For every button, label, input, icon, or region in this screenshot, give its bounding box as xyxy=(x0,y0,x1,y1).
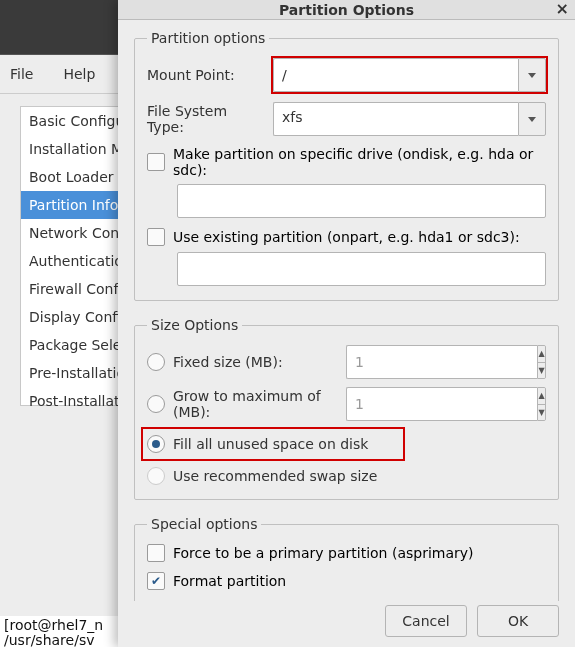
mount-point-dropdown-button[interactable] xyxy=(518,58,546,92)
fs-type-combo[interactable]: xfs xyxy=(273,102,546,136)
mount-point-input[interactable] xyxy=(273,58,518,92)
fixed-size-input[interactable] xyxy=(346,345,537,379)
chevron-down-icon xyxy=(528,73,536,78)
format-checkbox[interactable] xyxy=(147,572,165,590)
ondisk-label: Make partition on specific drive (ondisk… xyxy=(173,146,546,178)
swap-label: Use recommended swap size xyxy=(173,468,546,484)
onpart-checkbox[interactable] xyxy=(147,228,165,246)
onpart-label: Use existing partition (onpart, e.g. hda… xyxy=(173,229,520,245)
swap-radio[interactable] xyxy=(147,467,165,485)
spinner-up-icon[interactable]: ▲ xyxy=(538,388,545,405)
grow-spinner[interactable]: ▲▼ xyxy=(346,387,546,421)
grow-input[interactable] xyxy=(346,387,537,421)
ondisk-input[interactable] xyxy=(177,184,546,218)
chevron-down-icon xyxy=(528,117,536,122)
spinner-down-icon[interactable]: ▼ xyxy=(538,363,545,379)
partition-options-group: Partition options Mount Point: File Syst… xyxy=(134,30,559,301)
ondisk-checkbox[interactable] xyxy=(147,153,165,171)
fs-type-value: xfs xyxy=(273,102,518,136)
spinner-down-icon[interactable]: ▼ xyxy=(538,405,545,421)
fs-type-dropdown-button[interactable] xyxy=(518,102,546,136)
partition-options-legend: Partition options xyxy=(147,30,269,46)
spinner-up-icon[interactable]: ▲ xyxy=(538,346,545,363)
asprimary-label: Force to be a primary partition (asprima… xyxy=(173,545,474,561)
ok-button[interactable]: OK xyxy=(477,605,559,637)
partition-options-dialog: Partition Options × Partition options Mo… xyxy=(118,0,575,647)
special-options-group: Special options Force to be a primary pa… xyxy=(134,516,559,601)
fs-type-label: File System Type: xyxy=(147,103,265,135)
onpart-input[interactable] xyxy=(177,252,546,286)
asprimary-checkbox[interactable] xyxy=(147,544,165,562)
close-icon[interactable]: × xyxy=(556,0,569,18)
fill-label: Fill all unused space on disk xyxy=(173,436,399,452)
special-options-legend: Special options xyxy=(147,516,261,532)
size-options-group: Size Options Fixed size (MB): ▲▼ Grow to… xyxy=(134,317,559,500)
fixed-size-label: Fixed size (MB): xyxy=(173,354,338,370)
mount-point-combo[interactable] xyxy=(273,58,546,92)
fixed-size-spinner[interactable]: ▲▼ xyxy=(346,345,546,379)
menu-help[interactable]: Help xyxy=(57,62,101,86)
format-label: Format partition xyxy=(173,573,286,589)
size-options-legend: Size Options xyxy=(147,317,242,333)
fixed-size-radio[interactable] xyxy=(147,353,165,371)
grow-label: Grow to maximum of (MB): xyxy=(173,388,338,420)
fill-radio[interactable] xyxy=(147,435,165,453)
grow-radio[interactable] xyxy=(147,395,165,413)
cancel-button[interactable]: Cancel xyxy=(385,605,467,637)
menu-file[interactable]: File xyxy=(4,62,39,86)
dialog-title: Partition Options × xyxy=(118,0,575,20)
mount-point-label: Mount Point: xyxy=(147,67,265,83)
